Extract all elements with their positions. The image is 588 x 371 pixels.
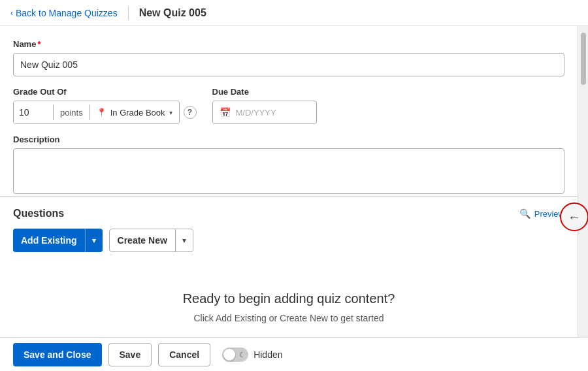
back-chevron-icon: ‹ — [10, 8, 13, 18]
buttons-row: Add Existing ▾ Create New ▾ — [13, 229, 564, 252]
form-section: Name* Grade Out Of points � — [0, 26, 578, 196]
create-new-arrow-icon: ▾ — [176, 236, 193, 245]
scrollbar-panel: ← — [578, 26, 588, 371]
questions-section: Questions 🔍 Preview Add Existing ▾ Creat… — [0, 196, 578, 353]
scrollbar-thumb[interactable] — [581, 33, 586, 85]
toggle-moon-icon: ☾ — [239, 350, 246, 359]
description-label: Description — [13, 135, 564, 144]
empty-state: Ready to begin adding quiz content? Clic… — [13, 272, 564, 343]
due-date-group: Due Date 📅 M/D/YYYY — [212, 87, 317, 124]
name-label: Name* — [13, 39, 564, 49]
empty-state-title: Ready to begin adding quiz content? — [26, 291, 551, 306]
points-label: points — [54, 108, 90, 118]
save-and-close-button[interactable]: Save and Close — [13, 343, 102, 366]
empty-state-subtitle: Click Add Existing or Create New to get … — [26, 313, 551, 323]
name-field-group: Name* — [13, 39, 564, 76]
bottom-bar: Save and Close Save Cancel ☾ Hidden — [0, 337, 588, 371]
back-link-text: Back to Manage Quizzes — [16, 8, 118, 18]
grade-label: Grade Out Of — [13, 87, 197, 97]
grade-group: Grade Out Of points 📍 In Grade Book ▾ — [13, 87, 197, 124]
save-button[interactable]: Save — [108, 343, 152, 366]
hidden-toggle[interactable]: ☾ — [222, 347, 248, 362]
questions-title: Questions — [13, 208, 64, 219]
pin-icon: 📍 — [97, 108, 106, 117]
due-date-label: Due Date — [212, 87, 317, 97]
toggle-knob — [223, 349, 235, 361]
help-icon[interactable]: ? — [184, 106, 197, 119]
grade-book-label: In Grade Book — [110, 108, 165, 118]
description-textarea[interactable] — [13, 148, 564, 194]
grade-book-button[interactable]: 📍 In Grade Book ▾ — [90, 101, 179, 123]
grade-row-inner: points 📍 In Grade Book ▾ ? — [13, 101, 197, 124]
required-indicator: * — [37, 39, 41, 49]
description-field-group: Description — [13, 135, 564, 196]
due-date-placeholder: M/D/YYYY — [236, 108, 276, 118]
main-layout: Name* Grade Out Of points � — [0, 26, 588, 371]
add-existing-button[interactable]: Add Existing ▾ — [13, 229, 103, 252]
grade-book-arrow-icon: ▾ — [169, 109, 172, 116]
hidden-toggle-label: Hidden — [253, 349, 282, 360]
calendar-icon: 📅 — [220, 107, 231, 118]
add-existing-arrow-icon: ▾ — [86, 236, 103, 245]
cancel-button[interactable]: Cancel — [158, 343, 210, 366]
page-title: New Quiz 005 — [139, 7, 206, 19]
grade-controls: points 📍 In Grade Book ▾ — [13, 101, 180, 124]
content-area: Name* Grade Out Of points � — [0, 26, 578, 371]
arrow-button-container: ← — [560, 202, 588, 231]
hidden-toggle-group: ☾ Hidden — [222, 347, 282, 362]
collapse-arrow-button[interactable]: ← — [560, 202, 588, 231]
due-date-input[interactable]: 📅 M/D/YYYY — [212, 101, 317, 124]
create-new-label: Create New — [110, 235, 175, 246]
header-divider — [128, 7, 129, 20]
create-new-button[interactable]: Create New ▾ — [109, 229, 193, 252]
name-input[interactable] — [13, 53, 564, 76]
preview-link[interactable]: 🔍 Preview — [519, 208, 564, 219]
back-link[interactable]: ‹ Back to Manage Quizzes — [10, 8, 118, 18]
header: ‹ Back to Manage Quizzes New Quiz 005 — [0, 0, 588, 26]
grade-input[interactable] — [14, 101, 53, 123]
add-existing-label: Add Existing — [13, 235, 85, 246]
grade-date-row: Grade Out Of points 📍 In Grade Book ▾ — [13, 87, 564, 124]
questions-header: Questions 🔍 Preview — [13, 208, 564, 219]
preview-icon: 🔍 — [519, 208, 531, 219]
